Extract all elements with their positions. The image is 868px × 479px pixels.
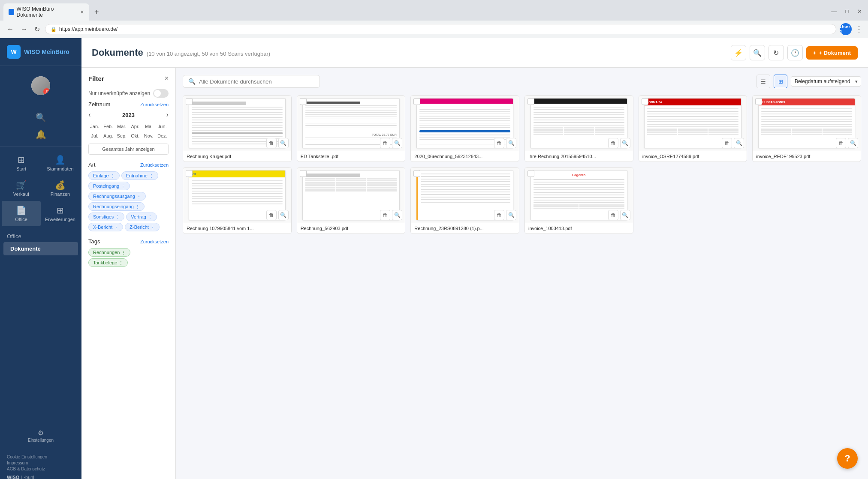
- clock-button[interactable]: 🕐: [787, 45, 803, 60]
- sidebar-item-start[interactable]: ⊞ Start: [2, 150, 41, 176]
- doc-delete-btn[interactable]: 🗑: [836, 138, 846, 148]
- document-card[interactable]: lidl 🗑 🔍 Rechnung 1079905841 vom 1...: [183, 167, 292, 234]
- month-item-sep[interactable]: Sep.: [115, 132, 128, 140]
- doc-zoom-btn[interactable]: 🔍: [620, 210, 630, 220]
- sidebar-item-office[interactable]: 📄 Office: [2, 201, 41, 226]
- document-card[interactable]: NORMA 24 🗑 🔍 invoice_OSRE1274589.pdf: [639, 95, 747, 162]
- search-button[interactable]: 🔍: [750, 45, 765, 60]
- filter-button[interactable]: ⚡: [731, 45, 746, 60]
- new-tab-button[interactable]: +: [91, 6, 102, 18]
- document-card[interactable]: 🗑 🔍 Rechnung Krüger.pdf: [183, 95, 292, 162]
- minimize-btn[interactable]: —: [829, 7, 839, 15]
- only-unlinked-toggle[interactable]: [153, 89, 169, 98]
- type-chip-z-bericht[interactable]: Z-Bericht⋮: [125, 223, 160, 231]
- grid-view-btn[interactable]: ⊞: [774, 75, 787, 88]
- doc-delete-btn[interactable]: 🗑: [494, 138, 504, 148]
- doc-checkbox[interactable]: [413, 170, 420, 177]
- tab-close-btn[interactable]: ✕: [80, 9, 84, 15]
- doc-zoom-btn[interactable]: 🔍: [506, 210, 516, 220]
- browser-more-btn[interactable]: ⋮: [855, 24, 863, 34]
- doc-delete-btn[interactable]: 🗑: [266, 210, 277, 220]
- type-chip-sonstiges[interactable]: Sonstiges⋮: [88, 213, 124, 221]
- doc-checkbox[interactable]: [755, 98, 762, 105]
- refresh-button[interactable]: ↻: [769, 45, 784, 60]
- month-item-jun[interactable]: Jun.: [156, 122, 169, 131]
- list-view-btn[interactable]: ☰: [756, 75, 770, 88]
- doc-checkbox[interactable]: [300, 170, 307, 177]
- type-chip-einlage[interactable]: Einlage⋮: [88, 171, 120, 180]
- doc-delete-btn[interactable]: 🗑: [722, 138, 732, 148]
- doc-checkbox[interactable]: [300, 98, 307, 105]
- sidebar-item-stammdaten[interactable]: 👤 Stammdaten: [41, 150, 80, 176]
- doc-delete-btn[interactable]: 🗑: [266, 138, 277, 148]
- add-document-button[interactable]: + + Dokument: [806, 46, 858, 60]
- month-item-nov[interactable]: Nov.: [142, 132, 155, 140]
- month-item-apr[interactable]: Apr.: [129, 122, 142, 131]
- document-card[interactable]: 🗑 🔍 Rechnung_562903.pdf: [297, 167, 406, 234]
- doc-checkbox[interactable]: [527, 98, 534, 105]
- month-item-feb[interactable]: Feb.: [102, 122, 115, 131]
- sidebar-item-search[interactable]: 🔍: [0, 109, 81, 126]
- sidebar-menu-dokumente[interactable]: Dokumente: [3, 242, 78, 255]
- doc-checkbox[interactable]: [413, 98, 420, 105]
- month-item-mai[interactable]: Mai: [142, 122, 155, 131]
- type-chip-rechnungsausgang[interactable]: Rechnungsausgang⋮: [88, 192, 146, 201]
- document-card[interactable]: Lagento 🗑 🔍 invoice_1003413.pdf: [524, 167, 633, 234]
- month-item-jul[interactable]: Jul.: [88, 132, 101, 140]
- doc-delete-btn[interactable]: 🗑: [380, 138, 390, 148]
- month-item-okt[interactable]: Okt.: [129, 132, 142, 140]
- type-chip-posteingang[interactable]: Posteingang⋮: [88, 182, 130, 190]
- type-chip-rechnungseingang[interactable]: Rechnungseingang⋮: [88, 202, 145, 211]
- sort-select[interactable]: Belegdatum aufsteigend: [791, 76, 861, 87]
- document-card[interactable]: CLUBFASHION24 🗑 🔍 invoice_REDE199523.pdf: [752, 95, 861, 162]
- doc-zoom-btn[interactable]: 🔍: [848, 138, 858, 148]
- reload-button[interactable]: ↻: [33, 24, 42, 35]
- tags-reset-btn[interactable]: Zurücksetzen: [140, 239, 169, 244]
- month-item-dez[interactable]: Dez.: [156, 132, 169, 140]
- show-all-year-btn[interactable]: Gesamtes Jahr anzeigen: [88, 144, 169, 155]
- doc-checkbox[interactable]: [527, 170, 534, 177]
- avatar[interactable]: S: [31, 76, 50, 95]
- search-input[interactable]: [199, 78, 314, 85]
- doc-checkbox[interactable]: [642, 98, 648, 105]
- cal-next-btn[interactable]: ›: [166, 111, 169, 119]
- doc-zoom-btn[interactable]: 🔍: [392, 210, 402, 220]
- month-item-jan[interactable]: Jan.: [88, 122, 101, 131]
- month-item-aug[interactable]: Aug.: [102, 132, 115, 140]
- tag-chip-rechnungen[interactable]: Rechnungen⋮: [88, 248, 130, 257]
- type-chip-entnahme[interactable]: Entnahme⋮: [121, 171, 158, 180]
- document-card[interactable]: 🗑 🔍 Ihre Rechnung 201559594510...: [524, 95, 633, 162]
- sidebar-item-verkauf[interactable]: 🛒 Verkauf: [2, 176, 41, 201]
- document-card[interactable]: TOTAL 33,77 EUR 🗑 🔍 ED Tankstelle .pdf: [297, 95, 406, 162]
- type-reset-btn[interactable]: Zurücksetzen: [140, 162, 169, 168]
- doc-delete-btn[interactable]: 🗑: [608, 210, 618, 220]
- month-item-mär[interactable]: Mär.: [115, 122, 128, 131]
- forward-button[interactable]: →: [19, 24, 29, 35]
- footer-impressum-link[interactable]: Impressum: [7, 461, 75, 465]
- tag-chip-tankbelege[interactable]: Tankbelege⋮: [88, 258, 128, 267]
- doc-checkbox[interactable]: [186, 98, 193, 105]
- browser-tab[interactable]: WISO MeinBüro Dokumente ✕: [3, 3, 89, 21]
- url-bar[interactable]: 🔒 https://app.meinbuero.de/: [45, 24, 836, 34]
- doc-zoom-btn[interactable]: 🔍: [620, 138, 630, 148]
- type-chip-x-bericht[interactable]: X-Bericht⋮: [88, 223, 123, 231]
- sidebar-item-erweiterungen[interactable]: ⊞ Erweiterungen: [41, 201, 80, 226]
- type-chip-vertrag[interactable]: Vertrag⋮: [126, 213, 157, 221]
- doc-delete-btn[interactable]: 🗑: [608, 138, 618, 148]
- cal-prev-btn[interactable]: ‹: [88, 111, 90, 119]
- doc-zoom-btn[interactable]: 🔍: [734, 138, 744, 148]
- sidebar-item-notifications[interactable]: 🔔: [0, 126, 81, 143]
- footer-agb-link[interactable]: AGB & Datenschutz: [7, 467, 75, 471]
- doc-checkbox[interactable]: [186, 170, 193, 177]
- doc-zoom-btn[interactable]: 🔍: [392, 138, 402, 148]
- help-button[interactable]: ?: [837, 448, 858, 469]
- doc-zoom-btn[interactable]: 🔍: [278, 210, 289, 220]
- doc-delete-btn[interactable]: 🗑: [380, 210, 390, 220]
- user-avatar-btn[interactable]: User 1: [840, 23, 852, 35]
- maximize-btn[interactable]: □: [843, 7, 851, 15]
- sidebar-item-finanzen[interactable]: 💰 Finanzen: [41, 176, 80, 201]
- sidebar-item-settings[interactable]: ⚙ Einstellungen: [3, 425, 78, 446]
- doc-delete-btn[interactable]: 🗑: [494, 210, 504, 220]
- footer-cookie-link[interactable]: Cookie Einstellungen: [7, 455, 75, 459]
- back-button[interactable]: ←: [5, 24, 15, 35]
